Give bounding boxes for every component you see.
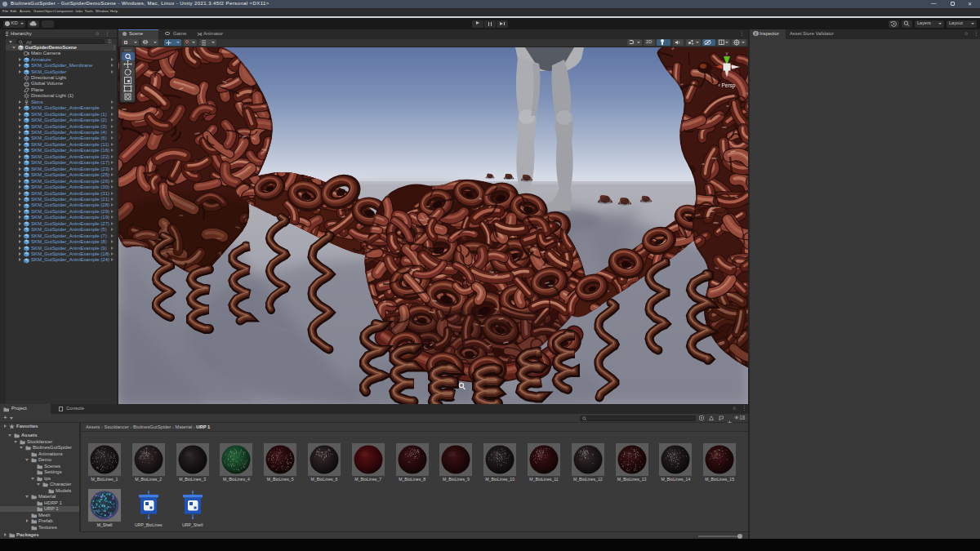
svg-text:‹ Persp: ‹ Persp	[719, 82, 736, 89]
svg-text:y: y	[726, 51, 728, 56]
